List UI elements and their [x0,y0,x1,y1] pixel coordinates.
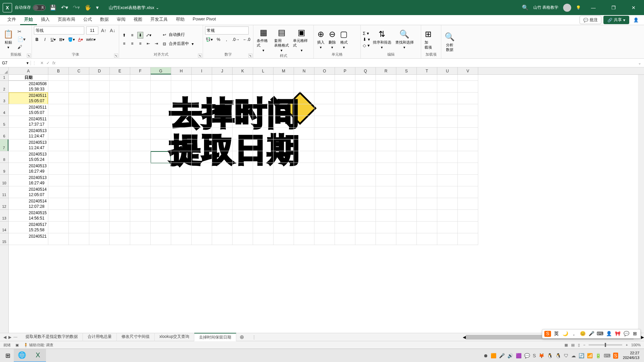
cell-A15[interactable]: 20240521 [9,233,48,245]
cell-B12[interactable] [48,198,69,210]
number-format-select[interactable] [205,26,249,35]
cell-I12[interactable] [192,198,212,210]
cell-L9[interactable] [253,163,274,175]
cell-D15[interactable] [89,233,110,245]
cell-J13[interactable] [212,210,233,222]
cell-L3[interactable] [253,93,274,104]
format-painter-icon[interactable]: 🖌 [16,44,27,50]
cell-Q14[interactable] [355,222,376,233]
cell-K4[interactable] [233,104,253,116]
cell-F9[interactable] [130,163,151,175]
autosum-icon[interactable]: Σ ▾ [363,31,370,36]
col-header-M[interactable]: M [274,67,294,74]
cell-L7[interactable] [253,139,274,151]
tray-sync-icon[interactable]: 🔄 [579,353,584,358]
cell-S12[interactable] [396,198,417,210]
col-header-V[interactable]: V [458,67,478,74]
cell-T11[interactable] [417,186,437,198]
col-header-F[interactable]: F [130,67,151,74]
tray-app2-icon[interactable]: 🟪 [516,353,522,358]
cell-U2[interactable] [437,81,458,93]
ribbon-tab-视图[interactable]: 视图 [130,15,146,25]
cell-H10[interactable] [171,175,192,186]
ribbon-tab-开发工具[interactable]: 开发工具 [146,15,172,25]
lightbulb-icon[interactable]: 💡 [576,5,581,10]
cell-G1[interactable] [151,75,171,81]
cell-H13[interactable] [171,210,192,222]
col-header-N[interactable]: N [294,67,314,74]
col-header-S[interactable]: S [396,67,417,74]
col-header-C[interactable]: C [69,67,89,74]
cell-M10[interactable] [274,175,294,186]
align-center-icon[interactable]: ≡ [129,41,135,47]
row-header-12[interactable]: 12 [0,198,8,210]
merge-center-button[interactable]: ⊟ 合并后居中 ▾ [163,40,194,47]
zoom-in-icon[interactable]: + [626,343,628,347]
autosave-toggle[interactable]: 自动保存 关 [15,5,46,11]
ribbon-tab-帮助[interactable]: 帮助 [172,15,189,25]
cell-K15[interactable] [233,233,253,245]
phonetic-icon[interactable]: wén▾ [86,37,96,43]
cell-P5[interactable] [335,116,355,128]
cell-A2[interactable]: 2024050815:38:33 [9,81,48,93]
cell-R8[interactable] [376,151,396,163]
cell-R2[interactable] [376,81,396,93]
cell-E15[interactable] [110,233,130,245]
cell-G13[interactable] [151,210,171,222]
cell-H12[interactable] [171,198,192,210]
sheet-tab[interactable]: 修改尺寸中间值 [117,333,155,341]
cell-N10[interactable] [294,175,314,186]
cell-S6[interactable] [396,128,417,139]
add-sheet-button[interactable]: ⊕ [236,334,247,340]
taskbar-clock[interactable]: 22:272024/6/13 [620,351,642,360]
col-header-T[interactable]: T [417,67,437,74]
tray-mic-icon[interactable]: 🎤 [499,353,505,358]
ime-emoji-icon[interactable]: 😊 [579,331,586,337]
cell-H1[interactable] [171,75,192,81]
ime-chat-icon[interactable]: 💬 [623,331,630,337]
cell-B14[interactable] [48,222,69,233]
currency-icon[interactable]: 💱▾ [205,37,213,43]
ribbon-tab-开始[interactable]: 开始 [20,15,37,25]
cell-S13[interactable] [396,210,417,222]
cell-C6[interactable] [69,128,89,139]
cell-R15[interactable] [376,233,396,245]
ime-comma-icon[interactable]: ， [571,331,577,337]
cell-P13[interactable] [335,210,355,222]
cell-L14[interactable] [253,222,274,233]
paste-button[interactable]: 📋粘贴▾ [2,28,15,50]
cell-O3[interactable] [314,93,335,104]
cell-M12[interactable] [274,198,294,210]
cell-P11[interactable] [335,186,355,198]
cell-T5[interactable] [417,116,437,128]
tray-wifi-icon[interactable]: 📶 [587,353,593,358]
cell-O13[interactable] [314,210,335,222]
col-header-L[interactable]: L [253,67,274,74]
cell-A12[interactable]: 2024051412:07:28 [9,198,48,210]
cell-P7[interactable] [335,139,355,151]
cell-Q11[interactable] [355,186,376,198]
scroll-right-icon[interactable]: ▶ [641,335,644,340]
cell-B8[interactable] [48,151,69,163]
cell-T3[interactable] [417,93,437,104]
ime-moon-icon[interactable]: 🌙 [562,331,568,337]
percent-icon[interactable]: % [215,37,221,43]
cell-L15[interactable] [253,233,274,245]
sheet-tab[interactable]: xlookup交叉查询 [155,333,194,341]
cell-V1[interactable] [458,75,478,81]
increase-font-icon[interactable]: A↑ [100,27,107,34]
cell-N6[interactable] [294,128,314,139]
cell-E1[interactable] [110,75,130,81]
cell-Q15[interactable] [355,233,376,245]
tray-volume-icon[interactable]: 🔊 [507,353,513,358]
scroll-left-icon[interactable]: ◀ [463,335,466,340]
cell-G6[interactable] [151,128,171,139]
cell-F13[interactable] [130,210,151,222]
font-size-select[interactable] [86,26,98,35]
cell-D13[interactable] [89,210,110,222]
col-header-Q[interactable]: Q [355,67,376,74]
cell-J9[interactable] [212,163,233,175]
cell-P14[interactable] [335,222,355,233]
cell-R12[interactable] [376,198,396,210]
cell-P8[interactable] [335,151,355,163]
